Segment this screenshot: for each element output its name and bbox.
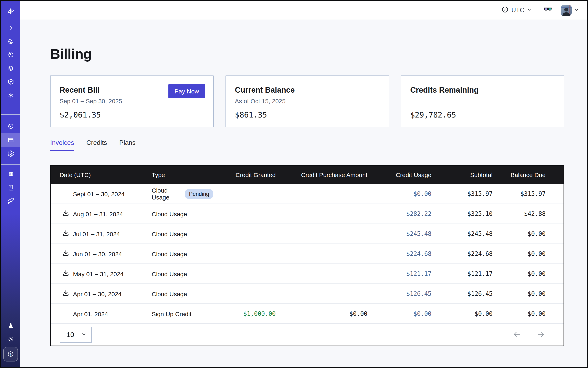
- invoice-date: Apr 01, 2024: [73, 310, 108, 317]
- pager-controls: [513, 330, 545, 340]
- download-invoice-button[interactable]: [62, 270, 69, 278]
- tab-credits[interactable]: Credits: [86, 139, 107, 151]
- app-logo[interactable]: [1, 1, 20, 21]
- logo-orbit-icon: [7, 7, 15, 15]
- sidebar-item-cube[interactable]: [1, 75, 20, 89]
- table-row: Apr 01 – 30, 2024Cloud Usage-$126.45$126…: [51, 284, 563, 304]
- sidebar-item-layers[interactable]: [1, 62, 20, 75]
- invoice-date: May 01 – 31, 2024: [73, 270, 124, 277]
- table-row: Sept 01 – 30, 2024Cloud UsagePending$0.0…: [51, 184, 563, 203]
- sidebar-divider: [1, 165, 20, 165]
- download-icon: [62, 270, 69, 278]
- vision-mode-button[interactable]: [543, 5, 552, 16]
- arrow-left-icon: [513, 330, 521, 340]
- download-invoice-button[interactable]: [62, 290, 69, 298]
- page-title: Billing: [50, 46, 564, 62]
- next-page-button[interactable]: [537, 330, 545, 340]
- download-icon: [62, 290, 69, 298]
- sidebar-item-observe[interactable]: [1, 35, 20, 48]
- sidebar-item-launch[interactable]: [1, 194, 20, 208]
- col-subtotal: Subtotal: [431, 171, 493, 178]
- flask-icon: [7, 322, 14, 329]
- sidebar-item-usage[interactable]: [1, 120, 20, 133]
- table-row: Jul 01 – 31, 2024Cloud Usage-$245.48$245…: [51, 224, 563, 244]
- helm-icon: [7, 171, 14, 177]
- history-clock-icon: [7, 51, 14, 58]
- table-row: Aug 01 – 31, 2024Cloud Usage-$282.22$325…: [51, 203, 563, 224]
- col-credit-granted: Credit Granted: [213, 171, 276, 178]
- balance-due-value: $0.00: [528, 290, 546, 297]
- table-row: Jun 01 – 30, 2024Cloud Usage-$224.68$224…: [51, 244, 563, 264]
- timezone-selector[interactable]: UTC: [501, 6, 532, 15]
- table-header: Date (UTC) Type Credit Granted Credit Pu…: [51, 166, 563, 184]
- credits-remaining-card: Credits Remaining $29,782.65: [401, 75, 564, 127]
- sidebar-item-labs[interactable]: [1, 319, 20, 332]
- svg-text:$: $: [9, 352, 11, 356]
- gauge-icon: [7, 123, 14, 130]
- card-title: Credits Remaining: [410, 86, 555, 95]
- credits-button[interactable]: $: [3, 347, 18, 361]
- subtotal-value: $121.17: [467, 270, 493, 277]
- chevron-down-icon: [574, 7, 579, 14]
- clock-icon: [501, 6, 509, 15]
- card-title: Current Balance: [235, 86, 380, 95]
- download-icon: [62, 210, 69, 218]
- balance-due-value: $0.00: [528, 310, 546, 317]
- pagination: 10: [51, 323, 563, 346]
- sidebar-item-settings[interactable]: [1, 147, 20, 160]
- credit-usage-value: -$282.22: [403, 210, 431, 217]
- sidebar-collapse-button[interactable]: [1, 21, 20, 35]
- topbar: UTC: [20, 1, 587, 20]
- chevron-right-icon: [8, 25, 14, 31]
- invoice-date: Sept 01 – 30, 2024: [73, 190, 125, 197]
- invoice-type: Cloud Usage: [152, 290, 187, 297]
- pay-now-button[interactable]: Pay Now: [168, 84, 205, 98]
- sun-icon: [7, 336, 14, 343]
- sidebar-item-docs[interactable]: [1, 181, 20, 194]
- prev-page-button[interactable]: [513, 330, 521, 340]
- sidebar-item-billing[interactable]: [1, 133, 20, 147]
- 3d-glasses-icon: [543, 5, 552, 16]
- credit-usage-value: $0.00: [414, 190, 431, 197]
- sidebar-item-helm[interactable]: [1, 167, 20, 181]
- page-size-select[interactable]: 10: [60, 327, 92, 343]
- download-invoice-button[interactable]: [62, 230, 69, 238]
- avatar[interactable]: [561, 5, 572, 16]
- credit-purchase-value: $0.00: [349, 310, 367, 317]
- asterisk-icon: [7, 92, 14, 99]
- credit-usage-value: -$224.68: [403, 250, 431, 258]
- subtotal-value: $315.97: [467, 190, 493, 197]
- download-invoice-button[interactable]: [62, 250, 69, 258]
- book-sparkle-icon: [7, 184, 14, 191]
- tab-plans[interactable]: Plans: [119, 139, 136, 151]
- credit-usage-value: -$245.48: [403, 230, 431, 238]
- timezone-label: UTC: [511, 7, 525, 14]
- cube-icon: [7, 78, 14, 85]
- table-row: Apr 01, 2024Sign Up Credit$1,000.00$0.00…: [51, 304, 563, 323]
- credit-usage-value: $0.00: [414, 310, 431, 317]
- subtotal-value: $224.68: [467, 250, 493, 258]
- invoice-date: Aug 01 – 31, 2024: [73, 210, 123, 217]
- account-menu[interactable]: [561, 5, 579, 16]
- eye-spiral-icon: [7, 38, 14, 45]
- sidebar-item-functions[interactable]: [1, 89, 20, 102]
- card-subtitle: As of Oct 15, 2025: [235, 98, 380, 105]
- gear-icon: [7, 150, 14, 157]
- content: Billing Pay Now Recent Bill Sep 01 – Sep…: [20, 20, 587, 367]
- download-invoice-button[interactable]: [62, 210, 69, 218]
- invoice-date: Jun 01 – 30, 2024: [73, 250, 122, 257]
- invoices-table: Date (UTC) Type Credit Granted Credit Pu…: [50, 165, 564, 346]
- col-credit-purchase: Credit Purchase Amount: [276, 171, 367, 178]
- table-body: Sept 01 – 30, 2024Cloud UsagePending$0.0…: [51, 184, 563, 323]
- billing-tabs: Invoices Credits Plans: [50, 139, 564, 151]
- layers-icon: [7, 65, 14, 72]
- download-icon: [62, 230, 69, 238]
- sidebar-item-theme[interactable]: [1, 332, 20, 346]
- rocket-icon: [7, 197, 14, 204]
- sidebar-item-history[interactable]: [1, 48, 20, 62]
- subtotal-value: $0.00: [475, 310, 493, 317]
- invoice-type: Cloud Usage: [152, 187, 181, 201]
- tab-invoices[interactable]: Invoices: [50, 139, 74, 151]
- invoice-type: Cloud Usage: [152, 210, 187, 217]
- app-window: $ UTC Billing Pay Now Recent: [0, 0, 588, 368]
